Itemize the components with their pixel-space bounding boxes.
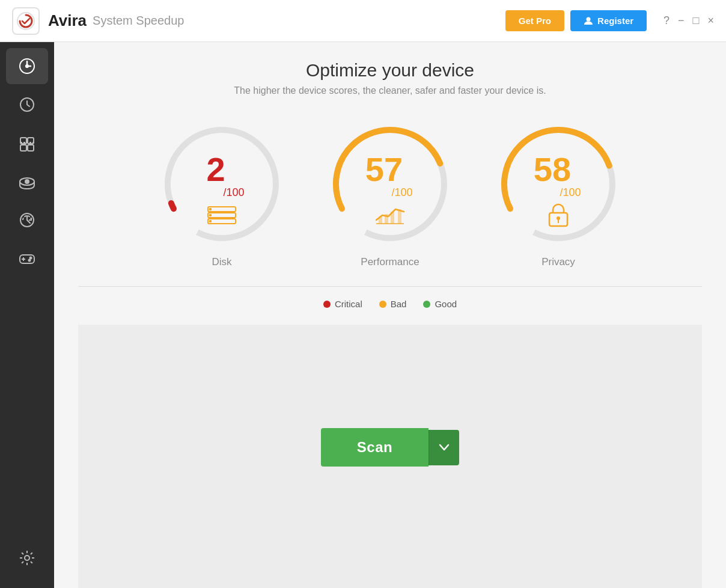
svg-point-3	[26, 65, 28, 67]
svg-rect-22	[208, 207, 236, 212]
svg-rect-36	[398, 209, 401, 224]
svg-rect-24	[208, 219, 236, 224]
sidebar-item-clock[interactable]	[6, 87, 48, 123]
privacy-gauge: 58 /100 Privacy	[492, 118, 624, 268]
register-button[interactable]: Register	[570, 10, 647, 31]
scan-area: Scan	[78, 325, 702, 588]
good-dot	[423, 301, 430, 308]
svg-point-16	[29, 260, 31, 262]
help-button[interactable]: ?	[663, 14, 670, 27]
sidebar	[0, 42, 54, 588]
main-layout: Optimize your device The higher the devi…	[0, 42, 726, 588]
app-name: Avira	[48, 11, 87, 30]
svg-rect-25	[209, 208, 212, 210]
svg-text:57: 57	[365, 150, 403, 188]
privacy-gauge-svg: 58 /100	[492, 118, 624, 250]
privacy-label: Privacy	[541, 256, 575, 268]
svg-rect-33	[379, 216, 382, 224]
app-subtitle: System Speedup	[93, 14, 184, 28]
scan-button-group: Scan	[321, 428, 459, 467]
scan-button[interactable]: Scan	[321, 428, 429, 467]
sidebar-item-disk[interactable]	[6, 164, 48, 200]
sidebar-item-dashboard[interactable]	[6, 48, 48, 84]
svg-text:/100: /100	[391, 186, 412, 198]
legend-critical: Critical	[323, 299, 362, 309]
performance-label: Performance	[361, 256, 419, 268]
sidebar-item-startup[interactable]	[6, 125, 48, 161]
svg-point-1	[587, 17, 591, 21]
svg-text:2: 2	[206, 150, 225, 188]
sidebar-item-gaming[interactable]	[6, 240, 48, 277]
critical-dot	[323, 301, 331, 308]
user-icon	[584, 16, 593, 26]
svg-rect-23	[208, 213, 236, 218]
content-area: Optimize your device The higher the devi…	[54, 42, 726, 588]
maximize-button[interactable]: □	[693, 14, 700, 27]
legend: Critical Bad Good	[78, 286, 702, 309]
gauges-row: 2 /100 Disk	[156, 118, 624, 268]
svg-rect-27	[209, 220, 212, 222]
svg-point-10	[25, 180, 29, 183]
disk-gauge-svg: 2 /100	[156, 118, 288, 250]
bad-dot	[379, 301, 386, 308]
close-button[interactable]: ×	[707, 14, 714, 27]
svg-text:58: 58	[534, 150, 571, 188]
svg-point-15	[30, 257, 32, 259]
disk-label: Disk	[212, 256, 231, 268]
sidebar-item-settings[interactable]	[6, 540, 48, 576]
svg-rect-34	[385, 214, 388, 224]
disk-gauge: 2 /100 Disk	[156, 118, 288, 268]
svg-rect-35	[391, 212, 394, 224]
svg-point-42	[557, 216, 560, 220]
svg-text:/100: /100	[560, 186, 581, 198]
get-pro-button[interactable]: Get Pro	[505, 10, 564, 31]
page-title: Optimize your device	[306, 60, 474, 81]
app-logo	[12, 7, 40, 35]
svg-rect-6	[28, 145, 34, 151]
chevron-down-icon	[439, 443, 450, 452]
performance-gauge-svg: 57 /100	[324, 118, 456, 250]
svg-rect-26	[209, 214, 212, 216]
scan-dropdown-button[interactable]	[429, 430, 459, 465]
legend-good: Good	[423, 299, 457, 309]
window-controls: ? − □ ×	[663, 14, 714, 27]
svg-rect-5	[20, 145, 26, 151]
legend-bad: Bad	[379, 299, 407, 309]
svg-text:/100: /100	[223, 186, 244, 198]
minimize-button[interactable]: −	[678, 14, 685, 27]
performance-gauge: 57 /100 Performance	[324, 118, 456, 268]
sidebar-item-backup[interactable]	[6, 202, 48, 238]
page-subtitle: The higher the device scores, the cleane…	[234, 85, 546, 96]
titlebar: Avira System Speedup Get Pro Register ? …	[0, 0, 726, 42]
svg-point-17	[25, 556, 29, 560]
titlebar-actions: Get Pro Register ? − □ ×	[505, 10, 714, 31]
